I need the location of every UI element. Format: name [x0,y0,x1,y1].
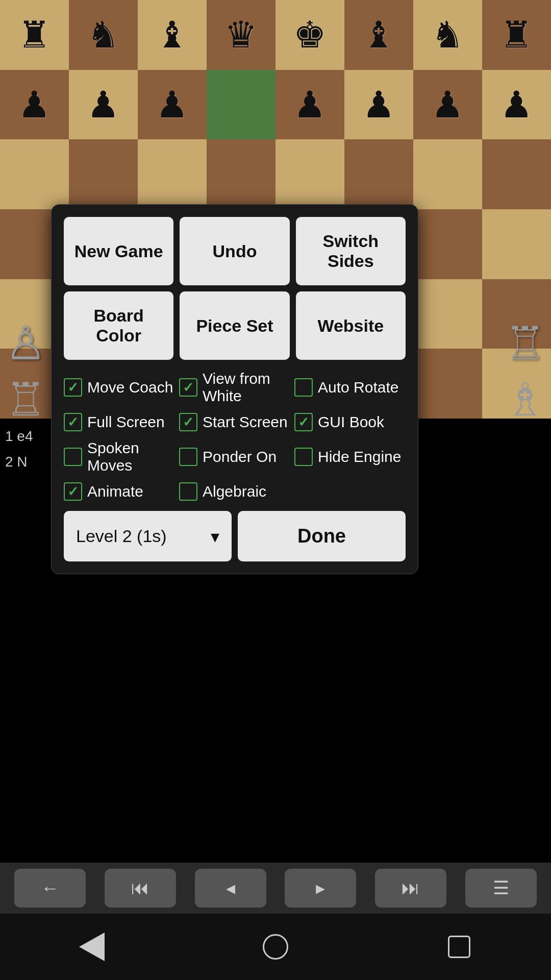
option-start_screen[interactable]: Start Screen [179,413,290,431]
options-grid: Move CoachView from WhiteAuto RotateFull… [64,370,406,501]
chess-piece-0-5: ♝ [362,13,395,56]
chess-piece-1-5: ♟ [362,83,395,126]
checkbox-animate[interactable] [64,482,82,501]
nav-next-button[interactable]: ▸ [285,869,356,908]
chess-square-2-6[interactable] [413,139,482,209]
chess-square-0-4[interactable]: ♚ [276,0,344,70]
chess-square-1-2[interactable]: ♟ [138,70,207,140]
chess-square-1-1[interactable]: ♟ [69,70,138,140]
notation-line: 1 e4 [5,424,56,449]
checkbox-move_coach[interactable] [64,378,82,397]
switch-sides-button[interactable]: Switch Sides [296,217,406,285]
chess-piece-0-4: ♚ [293,13,327,56]
nav-skip-forward-button[interactable]: ⏭ [375,869,446,908]
chess-square-1-3[interactable] [207,70,276,140]
chess-square-1-6[interactable]: ♟ [413,70,482,140]
chess-piece-0-3: ♛ [224,13,258,56]
checkbox-label-auto_rotate: Auto Rotate [318,379,398,396]
chess-square-2-7[interactable] [482,139,551,209]
chess-square-0-5[interactable]: ♝ [344,0,413,70]
checkbox-label-animate: Animate [87,483,143,500]
chess-square-0-0[interactable]: ♜ [0,0,69,70]
level-label: Level 2 (1s) [76,526,167,546]
chess-square-0-1[interactable]: ♞ [69,0,138,70]
checkbox-gui_book[interactable] [294,413,313,431]
chess-square-0-2[interactable]: ♝ [138,0,207,70]
sys-home-button[interactable] [260,932,291,962]
piece-set-button[interactable]: Piece Set [180,291,289,360]
checkbox-hide_engine[interactable] [294,448,313,466]
side-pawn-right: ♖ [505,316,546,370]
chess-square-2-0[interactable] [0,139,69,209]
chess-square-1-5[interactable]: ♟ [344,70,413,140]
chess-square-2-5[interactable] [344,139,413,209]
done-button[interactable]: Done [238,511,406,561]
option-move_coach[interactable]: Move Coach [64,370,175,405]
chess-square-0-3[interactable]: ♛ [207,0,276,70]
chess-piece-1-6: ♟ [431,83,464,126]
level-select[interactable]: Level 2 (1s) ▾ [64,511,232,561]
chess-piece-0-0: ♜ [18,13,51,56]
option-algebraic[interactable]: Algebraic [179,482,290,501]
checkbox-auto_rotate[interactable] [294,378,313,397]
chess-square-2-3[interactable] [207,139,276,209]
sys-back-button[interactable] [77,932,107,962]
chess-square-0-7[interactable]: ♜ [482,0,551,70]
checkbox-spoken_moves[interactable] [64,448,82,466]
nav-back-button[interactable]: ← [14,869,86,908]
checkbox-label-view_from_white: View from White [203,370,290,405]
chess-square-2-4[interactable] [276,139,344,209]
chess-square-4-6[interactable] [413,279,482,349]
option-view_from_white[interactable]: View from White [179,370,290,405]
checkbox-label-spoken_moves: Spoken Moves [87,439,175,474]
button-row-1: New Game Undo Switch Sides [64,217,406,285]
option-animate[interactable]: Animate [64,482,175,501]
chess-piece-0-6: ♞ [431,13,464,56]
settings-modal: New Game Undo Switch Sides Board Color P… [51,204,418,574]
checkbox-algebraic[interactable] [179,482,197,501]
chess-square-5-6[interactable] [413,349,482,419]
website-button[interactable]: Website [296,291,406,360]
nav-prev-button[interactable]: ◂ [195,869,266,908]
chess-square-2-1[interactable] [69,139,138,209]
new-game-button[interactable]: New Game [64,217,173,285]
option-auto_rotate[interactable]: Auto Rotate [294,370,406,405]
checkbox-label-algebraic: Algebraic [203,483,266,500]
chess-square-3-7[interactable] [482,209,551,279]
option-ponder_on[interactable]: Ponder On [179,439,290,474]
checkbox-label-gui_book: GUI Book [318,413,384,431]
nav-skip-back-button[interactable]: ⏮ [105,869,176,908]
checkbox-start_screen[interactable] [179,413,197,431]
button-row-2: Board Color Piece Set Website [64,291,406,360]
chess-square-1-0[interactable]: ♟ [0,70,69,140]
chess-piece-1-4: ♟ [293,83,327,126]
system-nav [0,914,551,980]
option-hide_engine[interactable]: Hide Engine [294,439,406,474]
undo-button[interactable]: Undo [180,217,289,285]
nav-bar: ←⏮◂▸⏭☰ [0,863,551,914]
checkbox-label-move_coach: Move Coach [87,379,173,396]
chess-piece-1-7: ♟ [500,83,533,126]
sys-recents-button[interactable] [444,932,474,962]
dropdown-icon: ▾ [211,526,219,547]
chess-piece-0-2: ♝ [156,13,189,56]
option-gui_book[interactable]: GUI Book [294,413,406,431]
option-spoken_moves[interactable]: Spoken Moves [64,439,175,474]
chess-square-1-7[interactable]: ♟ [482,70,551,140]
side-pawn-left: ♙ [5,316,46,370]
chess-square-0-6[interactable]: ♞ [413,0,482,70]
chess-square-3-6[interactable] [413,209,482,279]
chess-piece-1-0: ♟ [18,83,51,126]
checkbox-view_from_white[interactable] [179,378,197,397]
nav-menu-button[interactable]: ☰ [465,869,537,908]
board-color-button[interactable]: Board Color [64,291,173,360]
checkbox-label-ponder_on: Ponder On [203,448,277,465]
option-full_screen[interactable]: Full Screen [64,413,175,431]
checkbox-ponder_on[interactable] [179,448,197,466]
checkbox-full_screen[interactable] [64,413,82,431]
checkbox-label-start_screen: Start Screen [203,413,288,431]
chess-square-1-4[interactable]: ♟ [276,70,344,140]
chess-square-2-2[interactable] [138,139,207,209]
chess-piece-1-1: ♟ [87,83,120,126]
chess-piece-0-1: ♞ [87,13,120,56]
